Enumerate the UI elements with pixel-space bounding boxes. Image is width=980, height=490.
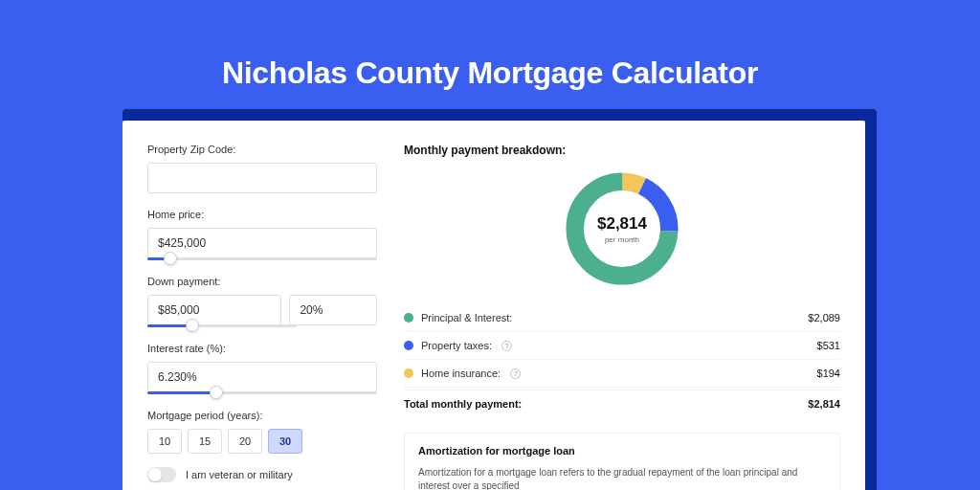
zip-label: Property Zip Code: [147,144,377,155]
slider-fill [147,391,216,394]
interest-field: Interest rate (%): [147,343,377,394]
page-title: Nicholas County Mortgage Calculator [0,0,980,91]
inputs-column: Property Zip Code: Home price: Down paym… [147,144,377,490]
breakdown-title: Monthly payment breakdown: [404,144,840,157]
donut-center-value: $2,814 [597,214,648,233]
period-btn-15[interactable]: 15 [188,429,222,454]
legend-label: Property taxes: [421,340,492,351]
home-price-input[interactable] [147,228,377,258]
info-icon[interactable]: ? [501,341,512,351]
interest-label: Interest rate (%): [147,343,377,354]
legend-label: Principal & Interest: [421,312,512,323]
period-btn-20[interactable]: 20 [228,429,262,454]
calculator-card: Property Zip Code: Home price: Down paym… [122,121,865,490]
legend-dot-icon [404,341,413,350]
zip-field: Property Zip Code: [147,144,377,193]
down-payment-pct-input[interactable] [289,295,377,325]
donut-center-sub: per month [605,235,639,244]
legend-value: $531 [817,340,840,351]
amortization-section: Amortization for mortgage loan Amortizat… [404,433,840,490]
interest-input[interactable] [147,362,377,392]
home-price-label: Home price: [147,209,377,220]
home-price-field: Home price: [147,209,377,260]
veteran-row: I am veteran or military [147,467,377,482]
info-icon[interactable]: ? [510,368,521,379]
total-row: Total monthly payment: $2,814 [404,390,840,421]
veteran-label: I am veteran or military [186,469,293,480]
amortization-body: Amortization for a mortgage loan refers … [418,466,826,490]
period-options: 10 15 20 30 [147,429,377,454]
slider-thumb[interactable] [164,252,177,265]
breakdown-column: Monthly payment breakdown: $2,814 per mo… [404,144,840,490]
legend-dot-icon [404,368,413,378]
period-field: Mortgage period (years): 10 15 20 30 [147,410,377,454]
period-btn-30[interactable]: 30 [268,429,302,454]
home-price-slider[interactable] [147,257,377,260]
period-btn-10[interactable]: 10 [147,429,182,454]
legend-row-principal: Principal & Interest: $2,089 [404,304,840,332]
down-payment-amount-input[interactable] [147,295,281,325]
amortization-title: Amortization for mortgage loan [418,445,826,457]
legend-value: $194 [817,368,840,379]
down-payment-field: Down payment: [147,276,377,327]
toggle-knob [148,468,162,481]
down-payment-slider[interactable] [147,324,297,327]
legend-row-insurance: Home insurance: ? $194 [404,360,840,388]
legend-row-taxes: Property taxes: ? $531 [404,332,840,360]
slider-thumb[interactable] [210,386,223,399]
total-label: Total monthly payment: [404,398,522,410]
slider-thumb[interactable] [186,319,199,332]
veteran-toggle[interactable] [147,467,176,482]
period-label: Mortgage period (years): [147,410,377,421]
legend-value: $2,089 [808,312,840,323]
total-value: $2,814 [808,398,840,410]
legend-dot-icon [404,313,413,323]
zip-input[interactable] [147,163,377,193]
legend-label: Home insurance: [421,368,501,379]
interest-slider[interactable] [147,391,377,394]
down-payment-label: Down payment: [147,276,377,287]
donut-chart: $2,814 per month [404,167,840,291]
